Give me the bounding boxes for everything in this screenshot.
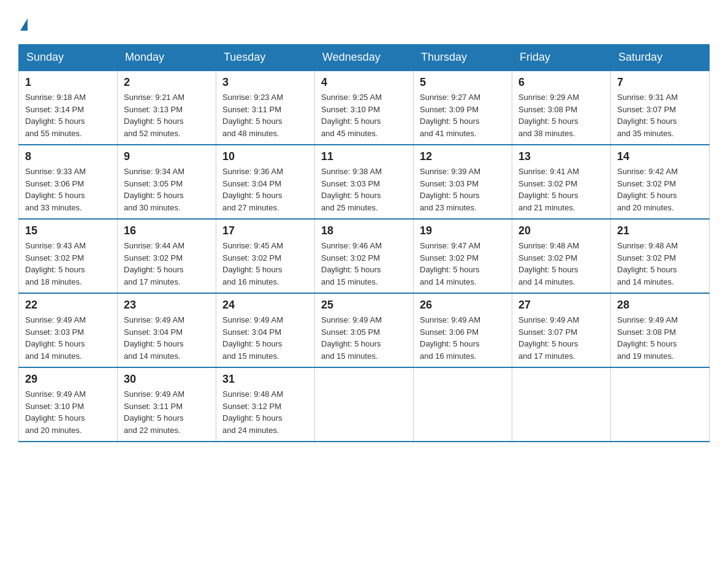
weekday-header-wednesday: Wednesday [315,45,414,71]
calendar-cell: 16 Sunrise: 9:44 AM Sunset: 3:02 PM Dayl… [118,219,216,293]
day-number: 23 [124,299,210,312]
day-info: Sunrise: 9:46 AM Sunset: 3:02 PM Dayligh… [321,240,407,288]
day-number: 8 [25,150,111,163]
day-number: 25 [321,299,407,312]
calendar-cell: 18 Sunrise: 9:46 AM Sunset: 3:02 PM Dayl… [315,219,414,293]
logo-triangle-icon [20,18,28,31]
day-info: Sunrise: 9:25 AM Sunset: 3:10 PM Dayligh… [321,91,407,139]
calendar-week-row: 8 Sunrise: 9:33 AM Sunset: 3:06 PM Dayli… [19,145,710,219]
day-info: Sunrise: 9:18 AM Sunset: 3:14 PM Dayligh… [25,91,111,139]
day-info: Sunrise: 9:49 AM Sunset: 3:11 PM Dayligh… [124,388,210,436]
page-header [18,18,710,32]
calendar-cell: 27 Sunrise: 9:49 AM Sunset: 3:07 PM Dayl… [512,293,611,367]
day-info: Sunrise: 9:38 AM Sunset: 3:03 PM Dayligh… [321,166,407,213]
day-info: Sunrise: 9:23 AM Sunset: 3:11 PM Dayligh… [222,91,308,139]
day-info: Sunrise: 9:42 AM Sunset: 3:02 PM Dayligh… [617,166,703,213]
calendar-cell: 11 Sunrise: 9:38 AM Sunset: 3:03 PM Dayl… [315,145,414,219]
calendar-week-row: 1 Sunrise: 9:18 AM Sunset: 3:14 PM Dayli… [19,71,710,145]
calendar-cell: 9 Sunrise: 9:34 AM Sunset: 3:05 PM Dayli… [118,145,216,219]
calendar-cell [512,367,611,442]
day-info: Sunrise: 9:49 AM Sunset: 3:07 PM Dayligh… [518,314,604,362]
calendar-week-row: 15 Sunrise: 9:43 AM Sunset: 3:02 PM Dayl… [19,219,710,293]
weekday-header-thursday: Thursday [414,45,512,71]
weekday-header-sunday: Sunday [19,45,118,71]
day-info: Sunrise: 9:49 AM Sunset: 3:03 PM Dayligh… [25,314,111,362]
calendar-cell: 8 Sunrise: 9:33 AM Sunset: 3:06 PM Dayli… [19,145,118,219]
calendar-cell: 31 Sunrise: 9:48 AM Sunset: 3:12 PM Dayl… [216,367,315,442]
day-info: Sunrise: 9:49 AM Sunset: 3:05 PM Dayligh… [321,314,407,362]
calendar-cell: 24 Sunrise: 9:49 AM Sunset: 3:04 PM Dayl… [216,293,315,367]
calendar-cell: 14 Sunrise: 9:42 AM Sunset: 3:02 PM Dayl… [611,145,710,219]
day-number: 18 [321,224,407,237]
day-number: 5 [420,76,506,89]
calendar-cell: 13 Sunrise: 9:41 AM Sunset: 3:02 PM Dayl… [512,145,611,219]
day-info: Sunrise: 9:21 AM Sunset: 3:13 PM Dayligh… [124,91,210,139]
calendar-cell: 4 Sunrise: 9:25 AM Sunset: 3:10 PM Dayli… [315,71,414,145]
day-info: Sunrise: 9:44 AM Sunset: 3:02 PM Dayligh… [124,240,210,288]
weekday-header-saturday: Saturday [611,45,710,71]
day-number: 6 [518,76,604,89]
day-number: 30 [124,373,210,386]
calendar-cell: 15 Sunrise: 9:43 AM Sunset: 3:02 PM Dayl… [19,219,118,293]
day-info: Sunrise: 9:45 AM Sunset: 3:02 PM Dayligh… [222,240,308,288]
day-number: 19 [420,224,506,237]
day-info: Sunrise: 9:34 AM Sunset: 3:05 PM Dayligh… [124,166,210,213]
weekday-header-row: SundayMondayTuesdayWednesdayThursdayFrid… [19,45,710,71]
day-number: 12 [420,150,506,163]
calendar-cell: 26 Sunrise: 9:49 AM Sunset: 3:06 PM Dayl… [414,293,512,367]
day-number: 22 [25,299,111,312]
day-info: Sunrise: 9:49 AM Sunset: 3:06 PM Dayligh… [420,314,506,362]
day-info: Sunrise: 9:49 AM Sunset: 3:08 PM Dayligh… [617,314,703,362]
calendar-cell: 2 Sunrise: 9:21 AM Sunset: 3:13 PM Dayli… [118,71,216,145]
calendar-cell: 6 Sunrise: 9:29 AM Sunset: 3:08 PM Dayli… [512,71,611,145]
calendar-cell: 25 Sunrise: 9:49 AM Sunset: 3:05 PM Dayl… [315,293,414,367]
weekday-header-friday: Friday [512,45,611,71]
calendar-cell: 22 Sunrise: 9:49 AM Sunset: 3:03 PM Dayl… [19,293,118,367]
day-number: 31 [222,373,308,386]
calendar-cell: 12 Sunrise: 9:39 AM Sunset: 3:03 PM Dayl… [414,145,512,219]
day-info: Sunrise: 9:33 AM Sunset: 3:06 PM Dayligh… [25,166,111,213]
day-info: Sunrise: 9:49 AM Sunset: 3:10 PM Dayligh… [25,388,111,436]
calendar-cell: 1 Sunrise: 9:18 AM Sunset: 3:14 PM Dayli… [19,71,118,145]
day-info: Sunrise: 9:48 AM Sunset: 3:02 PM Dayligh… [518,240,604,288]
calendar-cell: 5 Sunrise: 9:27 AM Sunset: 3:09 PM Dayli… [414,71,512,145]
day-info: Sunrise: 9:29 AM Sunset: 3:08 PM Dayligh… [518,91,604,139]
day-number: 21 [617,224,703,237]
calendar-cell: 3 Sunrise: 9:23 AM Sunset: 3:11 PM Dayli… [216,71,315,145]
day-number: 13 [518,150,604,163]
calendar-cell: 20 Sunrise: 9:48 AM Sunset: 3:02 PM Dayl… [512,219,611,293]
weekday-header-monday: Monday [118,45,216,71]
weekday-header-tuesday: Tuesday [216,45,315,71]
calendar-cell: 21 Sunrise: 9:48 AM Sunset: 3:02 PM Dayl… [611,219,710,293]
day-info: Sunrise: 9:39 AM Sunset: 3:03 PM Dayligh… [420,166,506,213]
day-number: 26 [420,299,506,312]
calendar-cell: 23 Sunrise: 9:49 AM Sunset: 3:04 PM Dayl… [118,293,216,367]
day-number: 24 [222,299,308,312]
day-info: Sunrise: 9:36 AM Sunset: 3:04 PM Dayligh… [222,166,308,213]
calendar-cell: 7 Sunrise: 9:31 AM Sunset: 3:07 PM Dayli… [611,71,710,145]
day-info: Sunrise: 9:47 AM Sunset: 3:02 PM Dayligh… [420,240,506,288]
day-number: 9 [124,150,210,163]
day-number: 7 [617,76,703,89]
logo [18,18,28,32]
calendar-cell: 29 Sunrise: 9:49 AM Sunset: 3:10 PM Dayl… [19,367,118,442]
day-number: 20 [518,224,604,237]
calendar-cell [315,367,414,442]
day-number: 28 [617,299,703,312]
day-number: 17 [222,224,308,237]
calendar-week-row: 22 Sunrise: 9:49 AM Sunset: 3:03 PM Dayl… [19,293,710,367]
day-number: 1 [25,76,111,89]
calendar-cell: 17 Sunrise: 9:45 AM Sunset: 3:02 PM Dayl… [216,219,315,293]
calendar-cell: 30 Sunrise: 9:49 AM Sunset: 3:11 PM Dayl… [118,367,216,442]
day-info: Sunrise: 9:31 AM Sunset: 3:07 PM Dayligh… [617,91,703,139]
calendar-table: SundayMondayTuesdayWednesdayThursdayFrid… [18,44,710,442]
day-info: Sunrise: 9:48 AM Sunset: 3:12 PM Dayligh… [222,388,308,436]
calendar-cell [611,367,710,442]
day-number: 15 [25,224,111,237]
day-number: 10 [222,150,308,163]
day-number: 27 [518,299,604,312]
calendar-cell: 19 Sunrise: 9:47 AM Sunset: 3:02 PM Dayl… [414,219,512,293]
calendar-cell [414,367,512,442]
calendar-cell: 10 Sunrise: 9:36 AM Sunset: 3:04 PM Dayl… [216,145,315,219]
day-info: Sunrise: 9:43 AM Sunset: 3:02 PM Dayligh… [25,240,111,288]
